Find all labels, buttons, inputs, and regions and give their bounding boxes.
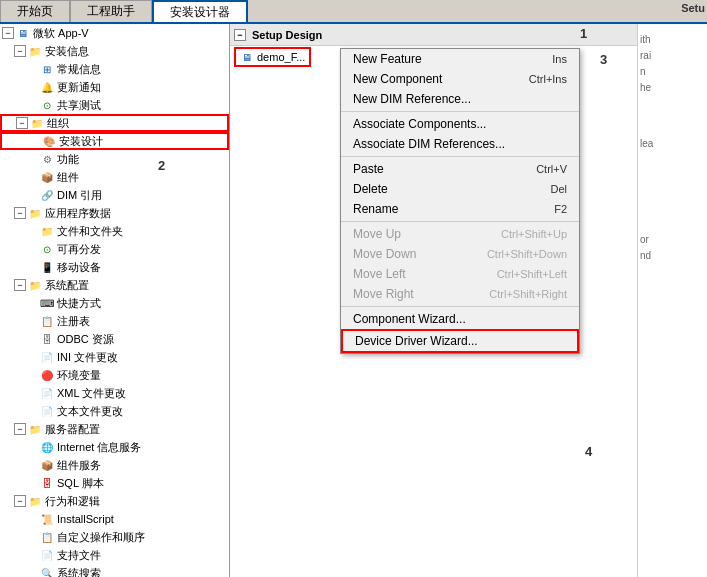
tree-item-ini[interactable]: 📄 INI 文件更改: [0, 348, 229, 366]
tree-item-app-data[interactable]: − 📁 应用程序数据: [0, 204, 229, 222]
tree-item-custom-actions[interactable]: 📋 自定义操作和顺序: [0, 528, 229, 546]
tab-setup-designer[interactable]: 安装设计器: [152, 0, 248, 22]
tree-item-sql[interactable]: 🗄 SQL 脚本: [0, 474, 229, 492]
tree-item-dim-ref[interactable]: 🔗 DIM 引用: [0, 186, 229, 204]
sql-icon: 🗄: [40, 476, 54, 490]
menu-move-down[interactable]: Move Down Ctrl+Shift+Down: [341, 244, 579, 264]
tree-item-support-files[interactable]: 📄 支持文件: [0, 546, 229, 564]
design-icon: 🎨: [42, 134, 56, 148]
demo-node-icon: 🖥: [240, 50, 254, 64]
tree-item-files[interactable]: 📁 文件和文件夹: [0, 222, 229, 240]
share-icon: ⊙: [40, 98, 54, 112]
right-panel-header: − Setup Design: [230, 24, 637, 46]
menu-new-feature[interactable]: New Feature Ins: [341, 49, 579, 69]
tree-panel[interactable]: − 🖥 微软 App-V − 📁 安装信息 ⊞ 常规信息 🔔 更新通知 ⊙ 共享…: [0, 24, 230, 577]
separator-2: [341, 156, 579, 157]
component-icon: 📦: [40, 170, 54, 184]
menu-paste[interactable]: Paste Ctrl+V: [341, 159, 579, 179]
behavior-folder-icon: 📁: [28, 494, 42, 508]
separator-3: [341, 221, 579, 222]
number-4-label: 4: [585, 444, 592, 459]
menu-associate-components[interactable]: Associate Components...: [341, 114, 579, 134]
tab-project-helper[interactable]: 工程助手: [70, 0, 152, 22]
org-folder-icon: 📁: [30, 116, 44, 130]
script-icon: 📜: [40, 512, 54, 526]
expand-icon[interactable]: −: [234, 29, 246, 41]
tree-item-iis[interactable]: 🌐 Internet 信息服务: [0, 438, 229, 456]
tree-item-sys-search[interactable]: 🔍 系统搜索: [0, 564, 229, 577]
tree-item-behavior[interactable]: − 📁 行为和逻辑: [0, 492, 229, 510]
expand-icon[interactable]: −: [14, 207, 26, 219]
menu-move-left[interactable]: Move Left Ctrl+Shift+Left: [341, 264, 579, 284]
expand-icon[interactable]: −: [14, 495, 26, 507]
expand-icon[interactable]: −: [2, 27, 14, 39]
tree-item-text[interactable]: 📄 文本文件更改: [0, 402, 229, 420]
xml-icon: 📄: [40, 386, 54, 400]
menu-device-driver-wizard[interactable]: Device Driver Wizard...: [341, 329, 579, 353]
tab-bar: 开始页 工程助手 安装设计器: [0, 0, 707, 24]
text-icon: 📄: [40, 404, 54, 418]
tree-item-component[interactable]: 📦 组件: [0, 168, 229, 186]
com-icon: 📦: [40, 458, 54, 472]
far-right-panel: ith rai n he lea or nd Setu: [637, 24, 707, 577]
tree-item-shortcuts[interactable]: ⌨ 快捷方式: [0, 294, 229, 312]
tree-item-xml[interactable]: 📄 XML 文件更改: [0, 384, 229, 402]
expand-icon[interactable]: −: [14, 279, 26, 291]
separator-4: [341, 306, 579, 307]
tree-item-sys-config[interactable]: − 📁 系统配置: [0, 276, 229, 294]
tree-item-server-config[interactable]: − 📁 服务器配置: [0, 420, 229, 438]
search-icon: 🔍: [40, 566, 54, 577]
iis-icon: 🌐: [40, 440, 54, 454]
appv-icon: 🖥: [16, 26, 30, 40]
tree-item-general[interactable]: ⊞ 常规信息: [0, 60, 229, 78]
number-3-label: 3: [600, 52, 607, 67]
menu-associate-dim-references[interactable]: Associate DIM References...: [341, 134, 579, 154]
menu-new-dim-reference[interactable]: New DIM Reference...: [341, 89, 579, 109]
expand-icon[interactable]: −: [14, 423, 26, 435]
files-icon: 📁: [40, 224, 54, 238]
tab-home[interactable]: 开始页: [0, 0, 70, 22]
tree-item-odbc[interactable]: 🗄 ODBC 资源: [0, 330, 229, 348]
tree-item-feature[interactable]: ⚙ 功能: [0, 150, 229, 168]
tree-item-organization[interactable]: − 📁 组织: [0, 114, 229, 132]
feature-icon: ⚙: [40, 152, 54, 166]
tree-item-setup-design[interactable]: 🎨 安装设计: [0, 132, 229, 150]
demo-node-label: demo_F...: [257, 51, 305, 63]
grid-icon: ⊞: [40, 62, 54, 76]
dim-icon: 🔗: [40, 188, 54, 202]
menu-move-up[interactable]: Move Up Ctrl+Shift+Up: [341, 224, 579, 244]
tree-item-registry[interactable]: 📋 注册表: [0, 312, 229, 330]
tree-item-com-services[interactable]: 📦 组件服务: [0, 456, 229, 474]
server-folder-icon: 📁: [28, 422, 42, 436]
folder-icon: 📁: [28, 44, 42, 58]
menu-move-right[interactable]: Move Right Ctrl+Shift+Right: [341, 284, 579, 304]
separator-1: [341, 111, 579, 112]
tree-item-env[interactable]: 🔴 环境变量: [0, 366, 229, 384]
shortcut-icon: ⌨: [40, 296, 54, 310]
tree-item-install-info[interactable]: − 📁 安装信息: [0, 42, 229, 60]
odbc-icon: 🗄: [40, 332, 54, 346]
menu-rename[interactable]: Rename F2: [341, 199, 579, 219]
tree-item-update-notify[interactable]: 🔔 更新通知: [0, 78, 229, 96]
context-menu: New Feature Ins New Component Ctrl+Ins N…: [340, 48, 580, 354]
menu-delete[interactable]: Delete Del: [341, 179, 579, 199]
right-panel: 1 − Setup Design 🖥 demo_F... 3 4 New Fea…: [230, 24, 637, 577]
expand-icon[interactable]: −: [16, 117, 28, 129]
expand-icon[interactable]: −: [14, 45, 26, 57]
main-layout: − 🖥 微软 App-V − 📁 安装信息 ⊞ 常规信息 🔔 更新通知 ⊙ 共享…: [0, 24, 707, 577]
header-label: Setup Design: [252, 29, 322, 41]
tree-item-appv[interactable]: − 🖥 微软 App-V: [0, 24, 229, 42]
env-icon: 🔴: [40, 368, 54, 382]
sys-folder-icon: 📁: [28, 278, 42, 292]
tree-item-share-test[interactable]: ⊙ 共享测试: [0, 96, 229, 114]
custom-icon: 📋: [40, 530, 54, 544]
ini-icon: 📄: [40, 350, 54, 364]
tree-item-mobile[interactable]: 📱 移动设备: [0, 258, 229, 276]
menu-component-wizard[interactable]: Component Wizard...: [341, 309, 579, 329]
app-folder-icon: 📁: [28, 206, 42, 220]
menu-new-component[interactable]: New Component Ctrl+Ins: [341, 69, 579, 89]
number-1-label: 1: [580, 26, 587, 41]
support-icon: 📄: [40, 548, 54, 562]
tree-item-redist[interactable]: ⊙ 可再分发: [0, 240, 229, 258]
tree-item-install-script[interactable]: 📜 InstallScript: [0, 510, 229, 528]
